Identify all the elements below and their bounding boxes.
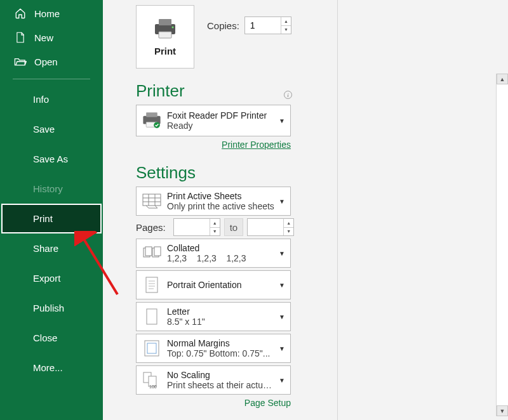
- preview-scrollbar: ▲ ▼: [496, 74, 508, 416]
- chevron-down-icon: ▼: [279, 282, 285, 289]
- divider-line: [337, 0, 338, 420]
- pages-to-spinner[interactable]: ▲ ▼: [247, 218, 294, 236]
- chevron-down-icon: ▼: [279, 345, 285, 352]
- nav-close[interactable]: Close: [0, 323, 103, 353]
- chevron-down-icon: ▼: [279, 198, 285, 205]
- letter-page-icon: [142, 306, 162, 327]
- active-sheets-icon: [142, 191, 162, 211]
- pages-to-down[interactable]: ▼: [284, 228, 293, 236]
- copies-input[interactable]: [245, 17, 281, 34]
- folder-open-icon: [14, 55, 27, 68]
- page-setup-link[interactable]: Page Setup: [244, 398, 291, 408]
- printer-info-icon[interactable]: i: [284, 91, 292, 99]
- scaling-title: No Scaling: [167, 370, 285, 380]
- nav-publish[interactable]: Publish: [0, 293, 103, 323]
- svg-rect-5: [146, 112, 157, 117]
- printer-dropdown[interactable]: Foxit Reader PDF Printer Ready ▼: [136, 105, 291, 136]
- chevron-down-icon: ▼: [279, 313, 285, 320]
- svg-rect-1: [159, 19, 171, 25]
- svg-rect-2: [159, 32, 171, 38]
- copies-spinner[interactable]: ▲ ▼: [244, 16, 291, 34]
- chevron-down-icon: ▼: [279, 250, 285, 257]
- nav-new-label: New: [34, 32, 53, 43]
- printer-device-icon: [142, 110, 162, 131]
- nav-save-as[interactable]: Save As: [0, 144, 103, 174]
- nav-info[interactable]: Info: [0, 84, 103, 114]
- nav-print[interactable]: Print: [1, 204, 102, 233]
- pages-to-up[interactable]: ▲: [284, 219, 293, 228]
- home-icon: [14, 7, 27, 20]
- backstage-sidebar: Home New Open Info Save Save As History …: [0, 0, 103, 420]
- nav-history: History: [0, 174, 103, 204]
- pages-to-label: to: [224, 218, 244, 236]
- svg-rect-16: [154, 247, 161, 256]
- svg-rect-22: [147, 309, 157, 324]
- scaling-sub: Print sheets at their actual...: [167, 380, 275, 390]
- margins-dropdown[interactable]: Normal Margins Top: 0.75" Bottom: 0.75".…: [136, 334, 291, 363]
- chevron-down-icon: ▼: [279, 117, 285, 124]
- margins-sub: Top: 0.75" Bottom: 0.75"...: [167, 348, 275, 358]
- orientation-title: Portrait Orientation: [167, 280, 285, 290]
- pages-to-input[interactable]: [248, 219, 283, 235]
- chevron-down-icon: ▼: [279, 377, 285, 384]
- nav-more[interactable]: More...: [0, 353, 103, 383]
- nav-share[interactable]: Share: [0, 233, 103, 263]
- print-what-sub: Only print the active sheets: [167, 201, 275, 211]
- svg-point-3: [172, 26, 174, 28]
- nav-separator: [13, 79, 90, 79]
- paper-size-dropdown[interactable]: Letter 8.5" x 11" ▼: [136, 302, 291, 331]
- nav-export[interactable]: Export: [0, 263, 103, 293]
- collation-dropdown[interactable]: Collated 1,2,3 1,2,3 1,2,3 ▼: [136, 239, 291, 268]
- paper-title: Letter: [167, 306, 285, 317]
- nav-open[interactable]: Open: [0, 49, 103, 74]
- nav-new[interactable]: New: [0, 25, 103, 49]
- settings-heading: Settings: [136, 163, 508, 183]
- collation-sub: 1,2,3 1,2,3 1,2,3: [167, 253, 275, 263]
- pages-from-down[interactable]: ▼: [210, 228, 220, 236]
- print-what-dropdown[interactable]: Print Active Sheets Only print the activ…: [136, 187, 291, 216]
- svg-rect-14: [145, 247, 152, 256]
- nav-open-label: Open: [34, 56, 58, 67]
- copies-up-button[interactable]: ▲: [281, 17, 291, 26]
- scroll-down-button[interactable]: ▼: [497, 405, 508, 416]
- collation-title: Collated: [167, 243, 285, 253]
- scaling-dropdown[interactable]: 100 No Scaling Print sheets at their act…: [136, 365, 291, 395]
- new-doc-icon: [14, 31, 27, 44]
- margins-title: Normal Margins: [167, 338, 285, 348]
- printer-status: Ready: [167, 121, 275, 131]
- nav-save[interactable]: Save: [0, 114, 103, 144]
- svg-text:100: 100: [149, 384, 157, 389]
- scroll-up-button[interactable]: ▲: [497, 74, 508, 84]
- copies-down-button[interactable]: ▼: [281, 26, 291, 34]
- print-panel: Print Copies: ▲ ▼ Printer i Foxit Reader…: [103, 0, 508, 420]
- printer-icon: [152, 18, 178, 39]
- pages-from-spinner[interactable]: ▲ ▼: [173, 218, 220, 236]
- printer-heading: Printer: [136, 81, 508, 101]
- printer-properties-link[interactable]: Printer Properties: [222, 140, 291, 150]
- nav-home[interactable]: Home: [0, 1, 103, 25]
- paper-sub: 8.5" x 11": [167, 317, 275, 327]
- scroll-track[interactable]: [497, 84, 508, 405]
- nav-home-label: Home: [34, 8, 60, 19]
- copies-label: Copies:: [207, 20, 239, 31]
- portrait-icon: [142, 275, 162, 295]
- orientation-dropdown[interactable]: Portrait Orientation ▼: [136, 270, 291, 299]
- collated-icon: [142, 243, 162, 263]
- svg-rect-8: [143, 194, 161, 206]
- pages-from-input[interactable]: [174, 219, 210, 235]
- print-what-title: Print Active Sheets: [167, 191, 285, 201]
- svg-rect-17: [146, 277, 157, 292]
- print-button[interactable]: Print: [136, 5, 194, 69]
- pages-label: Pages:: [136, 222, 166, 233]
- printer-name: Foxit Reader PDF Printer: [167, 110, 285, 121]
- print-button-label: Print: [154, 46, 176, 56]
- pages-from-up[interactable]: ▲: [210, 219, 220, 228]
- margins-icon: [142, 338, 162, 358]
- scaling-icon: 100: [142, 370, 162, 390]
